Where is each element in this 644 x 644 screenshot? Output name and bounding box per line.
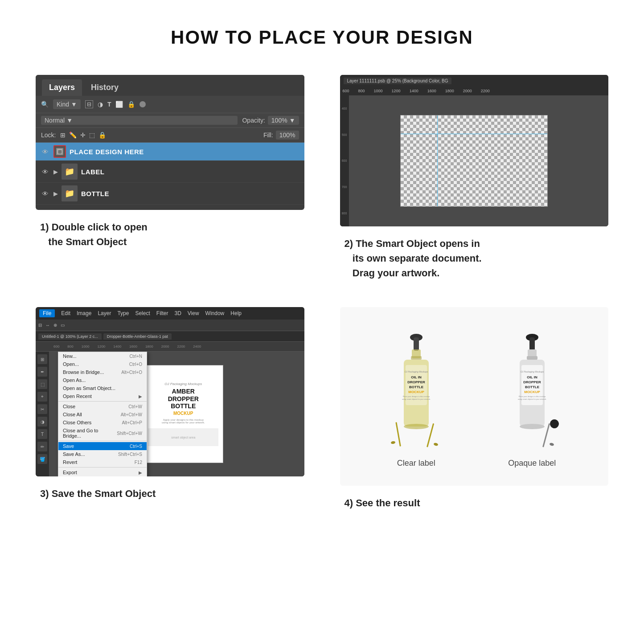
svg-text:DROPPER: DROPPER xyxy=(407,380,425,384)
lock-transparent-icon[interactable]: ⊞ xyxy=(60,131,66,139)
blend-mode-dropdown[interactable]: Normal ▼ xyxy=(41,116,238,125)
menu-item-open[interactable]: Open... Ctrl+O xyxy=(58,360,147,368)
tool-7[interactable]: T xyxy=(37,429,47,439)
tool-1[interactable]: ⊞ xyxy=(37,354,47,364)
menu-layer[interactable]: Layer xyxy=(98,310,111,316)
menu-item-revert[interactable]: Revert F12 xyxy=(58,458,147,466)
svg-text:OIL IN: OIL IN xyxy=(411,375,422,379)
tool-5[interactable]: ✂ xyxy=(37,404,47,414)
tool-4[interactable]: ⌖ xyxy=(37,392,47,402)
toolbar-icon-3: ⊕ xyxy=(53,323,57,328)
type-filter-icon[interactable]: T xyxy=(107,101,111,108)
separator-1 xyxy=(58,401,147,402)
tool-8[interactable]: ✏ xyxy=(37,442,47,451)
layer-bottle-eye[interactable]: 👁 xyxy=(40,189,50,198)
opaque-label-caption: Opaque label xyxy=(508,459,556,468)
kind-dropdown[interactable]: Kind ▼ xyxy=(53,99,81,109)
file-dropdown-menu: New... Ctrl+N Open... Ctrl+O Browse in B… xyxy=(58,352,147,476)
menu-item-close-others[interactable]: Close Others Alt+Ctrl+P xyxy=(58,418,147,427)
menu-type[interactable]: Type xyxy=(117,310,129,316)
instruction-grid: Layers History 🔍 Kind ▼ ⊟ ◑ T ⬜ 🔒 xyxy=(36,75,608,510)
toolbar-icon-4: ▭ xyxy=(61,323,65,328)
lock-artboard-icon[interactable]: ⬚ xyxy=(89,131,95,139)
effects-filter-icon[interactable] xyxy=(139,101,146,107)
tool-6[interactable]: ◑ xyxy=(37,417,47,427)
ps-toolbar: ⊟ ↔ ⊕ ▭ xyxy=(36,320,304,331)
tab-layers[interactable]: Layers xyxy=(42,79,82,96)
tool-9[interactable]: 🪣 xyxy=(37,454,47,464)
menu-item-save[interactable]: Save Ctrl+S xyxy=(58,442,147,450)
layer-place-design[interactable]: 👁 ⊞ PLACE DESIGN HERE xyxy=(36,143,304,161)
menu-edit[interactable]: Edit xyxy=(61,310,70,316)
photoshop-canvas: Layer 1111111.psb @ 25% (Background Colo… xyxy=(340,75,609,226)
tab-history[interactable]: History xyxy=(84,79,126,96)
menu-view[interactable]: View xyxy=(188,310,199,316)
lock-image-icon[interactable]: ✏️ xyxy=(69,131,77,139)
adjustment-filter-icon[interactable]: ◑ xyxy=(98,101,103,108)
layer-label-folder-thumb: 📁 xyxy=(62,164,78,180)
smart-filter-icon[interactable]: 🔒 xyxy=(127,101,135,108)
step2-caption: 2) The Smart Object opens in its own sep… xyxy=(340,236,482,280)
canvas-area: 400500600700800 xyxy=(340,95,609,226)
lock-all-icon[interactable]: 🔒 xyxy=(98,131,106,139)
menu-item-close-all[interactable]: Close All Alt+Ctrl+W xyxy=(58,410,147,418)
fill-value[interactable]: 100% xyxy=(276,131,299,139)
layer-label-expand[interactable]: ▶ xyxy=(53,168,58,175)
ruler-numbers: 60080010001200140016001800200022002400 xyxy=(36,345,201,349)
tool-2[interactable]: ✒ xyxy=(37,367,47,377)
pixel-filter-icon[interactable]: ⊟ xyxy=(85,100,93,108)
doc-main-title: AMBERDROPPERBOTTLE xyxy=(168,388,199,410)
menu-filter[interactable]: Filter xyxy=(156,310,168,316)
svg-point-17 xyxy=(433,443,438,446)
doc-brand: OJ Packaging Mockups xyxy=(164,382,202,386)
svg-rect-18 xyxy=(395,422,401,447)
shape-filter-icon[interactable]: ⬜ xyxy=(115,101,123,108)
separator-2 xyxy=(58,441,147,441)
layer-label[interactable]: 👁 ▶ 📁 LABEL xyxy=(36,161,304,183)
menu-item-open-smart[interactable]: Open as Smart Object... xyxy=(58,384,147,392)
layer-bottle-expand[interactable]: ▶ xyxy=(53,190,58,197)
tool-3[interactable]: ⬚ xyxy=(37,379,47,389)
layer-label-eye[interactable]: 👁 xyxy=(40,167,50,176)
fill-control: Fill: 100% xyxy=(263,131,299,139)
lock-icons: ⊞ ✏️ ✛ ⬚ 🔒 xyxy=(60,131,106,139)
separator-3 xyxy=(58,467,147,468)
layers-list: 👁 ⊞ PLACE DESIGN HERE 👁 ▶ 📁 xyxy=(36,143,304,205)
svg-text:BOTTLE: BOTTLE xyxy=(409,385,424,389)
menu-item-close-bridge[interactable]: Close and Go to Bridge... Shift+Ctrl+W xyxy=(58,427,147,440)
bottle-clear-group: OJ Packaging Mockups OIL IN DROPPER BOTT… xyxy=(367,325,465,468)
step2-cell: Layer 1111111.psb @ 25% (Background Colo… xyxy=(340,75,609,280)
layer-bottle-folder-thumb: 📁 xyxy=(62,185,78,201)
horizontal-guide xyxy=(401,134,547,134)
menu-item-bridge[interactable]: Browse in Bridge... Alt+Ctrl+O xyxy=(58,368,147,376)
svg-rect-21 xyxy=(529,337,535,351)
doc-tab-1[interactable]: Untitled-1 @ 100% (Layer 2 c... xyxy=(38,333,102,340)
layer-name-label: LABEL xyxy=(81,168,105,176)
layer-visibility-eye[interactable]: 👁 xyxy=(40,147,50,156)
menu-item-close[interactable]: Close Ctrl+W xyxy=(58,402,147,410)
opacity-value[interactable]: 100% ▼ xyxy=(268,116,299,125)
clear-label-caption: Clear label xyxy=(397,459,435,468)
filter-toolbar: 🔍 Kind ▼ ⊟ ◑ T ⬜ 🔒 xyxy=(36,96,304,113)
svg-point-36 xyxy=(549,418,560,429)
menu-image[interactable]: Image xyxy=(77,310,91,316)
menu-item-export[interactable]: Export ▶ xyxy=(58,468,147,476)
chevron-down-icon: ▼ xyxy=(71,101,77,108)
canvas-tab[interactable]: Layer 1111111.psb @ 25% (Background Colo… xyxy=(344,78,452,84)
menu-help[interactable]: Help xyxy=(230,310,242,316)
layer-bottle[interactable]: 👁 ▶ 📁 BOTTLE xyxy=(36,183,304,205)
menu-item-open-recent[interactable]: Open Recent ▶ xyxy=(58,392,147,400)
bottles-display: OJ Packaging Mockups OIL IN DROPPER BOTT… xyxy=(349,316,600,477)
menu-item-save-as[interactable]: Save As... Shift+Ctrl+S xyxy=(58,450,147,458)
menu-window[interactable]: Window xyxy=(205,310,225,316)
svg-point-33 xyxy=(520,424,545,429)
menu-item-new[interactable]: New... Ctrl+N xyxy=(58,352,147,360)
lock-position-icon[interactable]: ✛ xyxy=(80,131,86,139)
menu-item-open-as[interactable]: Open As... xyxy=(58,376,147,384)
menu-select[interactable]: Select xyxy=(135,310,150,316)
menu-3d[interactable]: 3D xyxy=(174,310,181,316)
layer-name-bottle: BOTTLE xyxy=(81,190,109,197)
doc-tab-2[interactable]: Dropper-Bottle-Amber-Glass-1 pat xyxy=(103,333,172,340)
menu-file[interactable]: File xyxy=(39,309,55,317)
tools-sidebar: ⊞ ✒ ⬚ ⌖ ✂ ◑ T ✏ 🪣 xyxy=(36,352,49,476)
